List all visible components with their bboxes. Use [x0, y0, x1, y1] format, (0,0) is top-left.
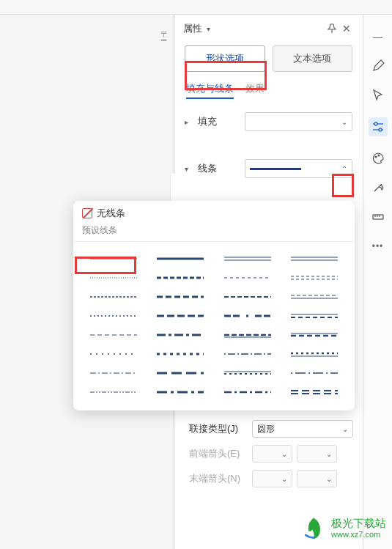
chevron-up-icon: ⌃	[341, 165, 347, 173]
line-style-grid	[73, 242, 355, 409]
no-line-icon	[82, 208, 92, 218]
line-style-option[interactable]	[151, 308, 211, 324]
line-style-option[interactable]	[285, 384, 345, 400]
tools-icon[interactable]	[371, 180, 385, 195]
fill-dropdown[interactable]: ⌄	[245, 112, 352, 131]
title-bar	[0, 0, 392, 15]
palette-icon[interactable]	[371, 151, 385, 166]
line-style-option[interactable]	[151, 289, 211, 305]
tab-text-options[interactable]: 文本选项	[273, 45, 353, 72]
line-style-option[interactable]	[84, 270, 144, 286]
chevron-down-icon: ⌄	[341, 118, 347, 126]
line-style-option[interactable]	[285, 289, 345, 305]
line-style-option[interactable]	[84, 384, 144, 400]
line-style-option[interactable]	[84, 327, 144, 343]
line-style-option[interactable]	[218, 270, 278, 286]
line-style-option[interactable]	[218, 365, 278, 381]
fill-row: ▸ 填充 ⌄	[174, 106, 363, 137]
svg-point-43	[374, 122, 377, 125]
end-arrow-row: 末端箭头(N) ⌄ ⌄	[183, 466, 359, 491]
line-style-option[interactable]	[285, 346, 345, 362]
join-type-row: 联接类型(J) 圆形 ⌄	[183, 416, 359, 441]
line-style-option[interactable]	[285, 308, 345, 324]
line-style-option[interactable]	[84, 308, 144, 324]
watermark-title: 极光下载站	[331, 517, 386, 530]
line-style-option[interactable]	[151, 346, 211, 362]
chevron-down-icon[interactable]: ▾	[207, 25, 210, 33]
join-type-dropdown[interactable]: 圆形 ⌄	[252, 420, 353, 438]
start-arrow-row: 前端箭头(E) ⌄ ⌄	[183, 441, 359, 466]
end-arrow-size-dropdown[interactable]: ⌄	[297, 470, 337, 487]
minimize-icon[interactable]: —	[371, 29, 385, 44]
start-arrow-size-dropdown[interactable]: ⌄	[297, 445, 337, 463]
line-style-dropdown[interactable]: ⌃	[245, 159, 352, 178]
line-style-option[interactable]	[84, 365, 144, 381]
svg-point-45	[379, 128, 382, 131]
line-style-option[interactable]	[84, 346, 144, 362]
line-style-option[interactable]	[218, 384, 278, 400]
tab-shape-options[interactable]: 形状选项	[185, 45, 265, 72]
line-style-option[interactable]	[151, 365, 211, 381]
line-style-option[interactable]	[285, 251, 345, 267]
line-style-popup: 无线条 预设线条	[73, 201, 355, 410]
preset-lines-label: 预设线条	[73, 223, 355, 242]
end-arrow-type-dropdown[interactable]: ⌄	[252, 470, 292, 487]
join-type-label: 联接类型(J)	[189, 422, 248, 435]
line-style-option[interactable]	[218, 289, 278, 305]
sliders-icon[interactable]	[369, 117, 388, 136]
ruler-icon[interactable]	[371, 210, 385, 224]
close-icon[interactable]: ✕	[342, 23, 354, 34]
line-style-option[interactable]	[285, 365, 345, 381]
pencil-icon[interactable]	[371, 59, 385, 73]
ruler-mark: ╤═	[161, 29, 166, 44]
svg-point-47	[378, 155, 380, 156]
line-style-option[interactable]	[218, 346, 278, 362]
watermark: 极光下载站 www.xz7.com	[300, 515, 386, 542]
watermark-logo-icon	[300, 515, 327, 542]
side-toolbar: — •••	[363, 15, 392, 549]
fill-label: 填充	[198, 115, 239, 128]
end-arrow-label: 末端箭头(N)	[189, 472, 248, 485]
more-icon[interactable]: •••	[371, 239, 385, 254]
chevron-down-icon: ⌄	[281, 450, 287, 458]
chevron-down-icon: ⌄	[326, 450, 332, 458]
start-arrow-label: 前端箭头(E)	[189, 447, 248, 460]
line-preview	[250, 168, 301, 170]
chevron-down-icon: ⌄	[281, 475, 287, 483]
no-line-option[interactable]: 无线条	[73, 201, 355, 223]
pin-icon[interactable]	[326, 23, 338, 34]
svg-point-46	[375, 156, 377, 158]
line-style-option[interactable]	[84, 289, 144, 305]
line-style-option[interactable]	[218, 327, 278, 343]
line-style-option[interactable]	[285, 270, 345, 286]
line-style-option[interactable]	[218, 251, 278, 267]
expand-arrow-icon[interactable]: ▸	[185, 118, 192, 126]
line-style-option[interactable]	[285, 327, 345, 343]
line-label: 线条	[198, 162, 239, 175]
cursor-icon[interactable]	[371, 88, 385, 103]
chevron-down-icon: ⌄	[326, 475, 332, 483]
line-style-option[interactable]	[151, 327, 211, 343]
line-style-option[interactable]	[84, 251, 144, 267]
line-style-option[interactable]	[151, 251, 211, 267]
line-style-option[interactable]	[151, 270, 211, 286]
line-style-option[interactable]	[218, 308, 278, 324]
lower-properties: 联接类型(J) 圆形 ⌄ 前端箭头(E) ⌄ ⌄ 末端箭头(N) ⌄ ⌄	[183, 416, 359, 491]
line-row: ▾ 线条 ⌃	[174, 153, 363, 184]
watermark-url: www.xz7.com	[331, 530, 386, 539]
line-style-option[interactable]	[151, 384, 211, 400]
chevron-down-icon: ⌄	[342, 425, 348, 433]
subtab-effect[interactable]: 效果	[245, 82, 265, 99]
panel-title: 属性	[183, 22, 202, 35]
svg-rect-48	[373, 215, 383, 219]
subtab-fill-and-line[interactable]: 填充与线条	[186, 82, 234, 99]
collapse-arrow-icon[interactable]: ▾	[185, 165, 192, 173]
no-line-label: 无线条	[97, 207, 125, 220]
start-arrow-type-dropdown[interactable]: ⌄	[252, 445, 292, 463]
